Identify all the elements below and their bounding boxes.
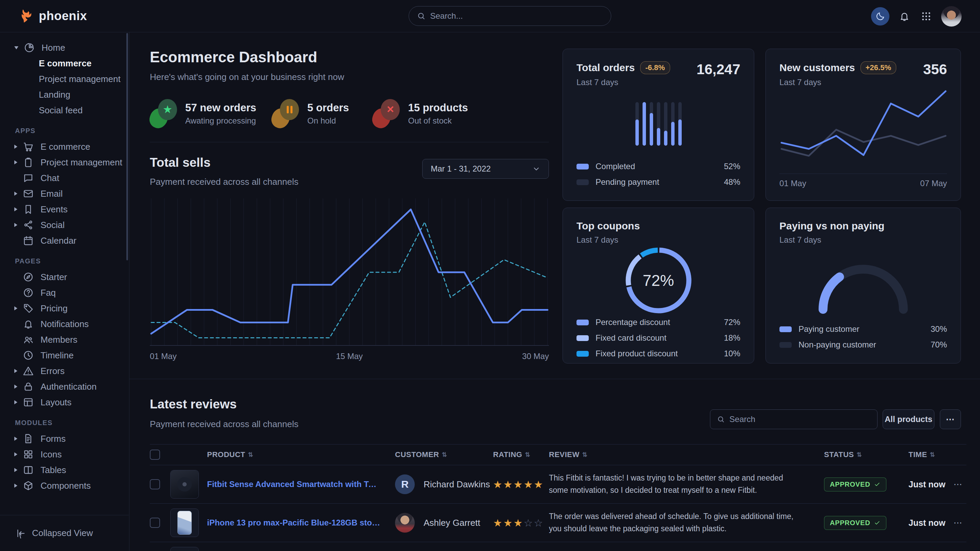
total-sells-subtitle: Payment received across all channels	[150, 177, 298, 187]
column-header-status[interactable]: STATUS⇅	[824, 450, 908, 459]
caret-down-icon	[14, 46, 18, 49]
apps-menu-button[interactable]	[920, 10, 933, 23]
sidebar-item-calendar[interactable]: Calendar	[0, 233, 129, 248]
sidebar-item-label: Starter	[41, 272, 67, 283]
global-search[interactable]	[409, 6, 611, 26]
sidebar-item-landing[interactable]: Landing	[0, 87, 129, 102]
divider	[150, 142, 549, 142]
sidebar-item-home[interactable]: Home	[0, 40, 129, 56]
chevron-down-icon	[532, 165, 540, 173]
order-bar	[650, 102, 653, 146]
sidebar-item-label: Landing	[39, 89, 70, 100]
sidebar-item-icons[interactable]: Icons	[0, 446, 129, 462]
global-search-input[interactable]	[430, 11, 603, 21]
sidebar-item-label: E commerce	[39, 58, 92, 69]
sidebar-item-authentication[interactable]: Authentication	[0, 379, 129, 394]
legend-label: Non-paying customer	[799, 340, 931, 349]
sidebar-item-label: Social feed	[39, 105, 83, 116]
product-link[interactable]: iPhone 13 pro max-Pacific Blue-128GB sto…	[207, 518, 395, 527]
pie-chart-icon	[24, 42, 35, 53]
date-range-select[interactable]: Mar 1 - 31, 2022	[422, 159, 549, 179]
axis-label: 07 May	[920, 179, 947, 188]
row-menu-button[interactable]: ⋯	[953, 479, 966, 490]
sidebar-item-starter[interactable]: Starter	[0, 269, 129, 285]
layout-icon	[23, 397, 34, 408]
sidebar-item-e-commerce[interactable]: E commerce	[0, 139, 129, 154]
new-customers-value: 356	[923, 61, 947, 78]
sidebar-item-layouts[interactable]: Layouts	[0, 394, 129, 410]
sidebar-item-faq[interactable]: Faq	[0, 285, 129, 300]
sidebar-item-label: Tables	[41, 465, 66, 475]
moon-icon	[875, 11, 885, 21]
legend-label: Paying customer	[799, 324, 931, 334]
notifications-button[interactable]	[897, 10, 911, 23]
stat-out-of-stock: ✕ 15 products Out of stock	[372, 99, 468, 128]
sidebar-item-label: Icons	[41, 449, 62, 460]
collapse-sidebar-button[interactable]: Collapsed View	[0, 515, 129, 551]
legend-item: Pending payment 48%	[576, 176, 740, 188]
iphone-image	[177, 511, 192, 535]
column-header-customer[interactable]: CUSTOMER⇅	[395, 450, 493, 459]
brand-logo[interactable]: phoenix	[0, 8, 87, 24]
user-avatar[interactable]	[941, 6, 962, 27]
legend-swatch	[576, 179, 589, 185]
sidebar-item-forms[interactable]: Forms	[0, 431, 129, 446]
smartwatch-image	[170, 470, 199, 498]
cart-icon	[23, 141, 34, 152]
trend-badge: +26.5%	[861, 61, 896, 74]
stat-caption: Out of stock	[408, 116, 468, 125]
collapse-icon	[16, 528, 26, 538]
question-circle-icon	[23, 287, 34, 298]
customer-avatar[interactable]: R	[395, 475, 415, 494]
legend-item: Percentage discount 72%	[576, 316, 740, 329]
sidebar-item-timeline[interactable]: Timeline	[0, 348, 129, 363]
sidebar-item-email[interactable]: Email	[0, 186, 129, 202]
sidebar-item-project-management[interactable]: Project management	[0, 154, 129, 170]
warning-triangle-icon	[23, 365, 34, 376]
sidebar-item-e-commerce[interactable]: E commerce	[0, 56, 129, 71]
top-navbar: phoenix	[0, 0, 980, 32]
reviews-search-input[interactable]	[729, 414, 870, 424]
page-subtitle: Here's what's going on at your business …	[150, 72, 344, 83]
top-coupons-card: Top coupons Last 7 days 72% Percentage d…	[563, 208, 754, 364]
total-sells-x-axis: 01 May15 May30 May	[150, 352, 549, 361]
reviews-menu-button[interactable]: ⋯	[940, 410, 961, 429]
customer-cell: Ashley Garrett	[395, 513, 493, 533]
row-menu-button[interactable]: ⋯	[953, 518, 966, 528]
sidebar-scrollbar[interactable]	[126, 33, 128, 260]
sidebar-item-project-management[interactable]: Project management	[0, 71, 129, 87]
sidebar-item-tables[interactable]: Tables	[0, 462, 129, 478]
column-header-product[interactable]: PRODUCT⇅	[207, 450, 395, 459]
caret-right-icon	[14, 437, 18, 441]
sidebar-item-notifications[interactable]: Notifications	[0, 316, 129, 332]
main-content: Ecommerce Dashboard Here's what's going …	[129, 32, 980, 551]
sidebar-item-events[interactable]: Events	[0, 202, 129, 217]
legend-label: Completed	[595, 162, 724, 171]
sidebar-item-pricing[interactable]: Pricing	[0, 300, 129, 316]
sidebar-item-errors[interactable]: Errors	[0, 363, 129, 379]
all-products-button[interactable]: All products	[883, 410, 934, 429]
select-all-checkbox[interactable]	[150, 449, 160, 460]
column-header-review[interactable]: REVIEW⇅	[549, 450, 824, 459]
sidebar-section-pages: PAGES	[0, 257, 129, 265]
column-header-time[interactable]: TIME⇅	[908, 450, 953, 459]
sidebar-item-members[interactable]: Members	[0, 332, 129, 348]
row-checkbox[interactable]	[150, 479, 160, 489]
product-link[interactable]: Fitbit Sense Advanced Smartwatch with To…	[207, 480, 395, 489]
sidebar-item-components[interactable]: Components	[0, 478, 129, 494]
sidebar-item-chat[interactable]: Chat	[0, 170, 129, 186]
dark-mode-toggle[interactable]	[871, 7, 889, 25]
sidebar-item-label: Pricing	[41, 303, 67, 314]
customer-avatar[interactable]	[395, 513, 415, 533]
reviews-search[interactable]	[710, 410, 878, 429]
caret-right-icon	[14, 223, 18, 227]
sidebar-item-label: Members	[41, 335, 77, 345]
sidebar-item-label: Forms	[41, 433, 66, 444]
column-header-rating[interactable]: RATING⇅	[493, 450, 549, 459]
row-checkbox[interactable]	[150, 518, 160, 528]
clipboard-icon	[23, 157, 34, 168]
axis-label: 01 May	[780, 179, 807, 188]
table-row: Fitbit Sense Advanced Smartwatch with To…	[150, 465, 966, 504]
sidebar-item-social[interactable]: Social	[0, 217, 129, 233]
sidebar-item-social-feed[interactable]: Social feed	[0, 102, 129, 118]
